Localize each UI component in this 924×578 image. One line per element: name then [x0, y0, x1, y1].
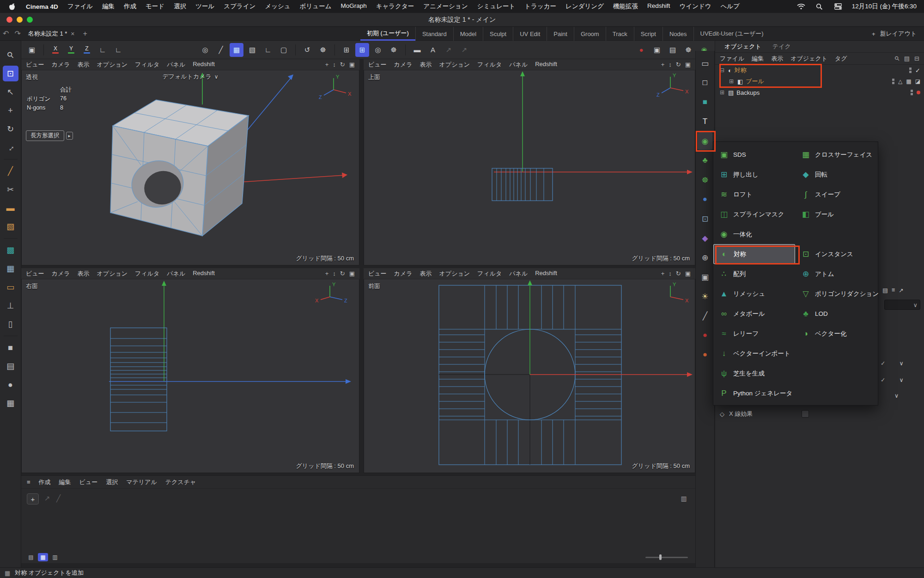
expander-icon[interactable]: ⊟	[719, 67, 725, 74]
add-document-button[interactable]: +	[79, 30, 91, 38]
pencil-icon[interactable]: ╱	[698, 307, 712, 325]
knife-tool-icon[interactable]: ✂	[3, 182, 18, 197]
control-center-icon[interactable]	[833, 3, 843, 10]
object-manager-menu-item[interactable]: 表示	[771, 55, 783, 63]
menu-item-array[interactable]: ∴配列	[713, 264, 795, 284]
viewport-menu-item[interactable]: オプション	[439, 270, 470, 278]
menu-item-sweep[interactable]: ∫スイープ	[795, 184, 878, 204]
camera-dolly-icon[interactable]: ↕	[669, 270, 672, 277]
menu-item-spline-mask[interactable]: ◫スプラインマスク	[713, 204, 795, 224]
instance-icon[interactable]: ⊡	[698, 210, 712, 228]
xray-checkbox[interactable]	[802, 410, 809, 418]
viewport-menu-item[interactable]: ビュー	[368, 270, 387, 278]
viewport-menu-item[interactable]: パネル	[167, 61, 185, 69]
menu-item-instance[interactable]: ⊡インスタンス	[795, 244, 878, 264]
material-pick-icon[interactable]: ╱	[56, 494, 61, 503]
display-mode-icon[interactable]: ▭	[698, 55, 712, 72]
close-window-button[interactable]	[6, 17, 12, 23]
material-menu-item[interactable]: テクスチャ	[165, 478, 196, 486]
rotate-tool-icon[interactable]: ↻	[3, 121, 18, 137]
viewport-layout-icon[interactable]: ▣	[25, 43, 39, 57]
plane-tool-icon[interactable]: ▬	[3, 200, 18, 216]
zoom-window-button[interactable]	[27, 17, 33, 23]
object-manager-menu-item[interactable]: オブジェクト	[790, 55, 827, 63]
viewport-menu-item[interactable]: オプション	[97, 61, 128, 69]
visibility-dots-icon[interactable]	[892, 79, 894, 84]
cube-tool-icon[interactable]: ▧	[3, 219, 18, 234]
menu-item-relief[interactable]: ≈レリーフ	[713, 324, 795, 344]
render-picture-viewer-icon[interactable]: ▣	[650, 43, 664, 57]
menubar-item[interactable]: キャラクター	[376, 2, 414, 11]
camera-object-icon[interactable]: ▣	[698, 268, 712, 286]
layout-tab[interactable]: Track	[606, 27, 634, 41]
view-list-icon[interactable]: ▤	[26, 553, 36, 561]
layout-tab[interactable]: UVEdit-User (ユーザー)	[693, 27, 770, 41]
viewport-toggle-icon[interactable]: ▣	[349, 61, 355, 68]
layout-tab[interactable]: Standard	[415, 27, 453, 41]
front-canvas[interactable]: Y X 前面 グリッド間隔 : 50 cm	[364, 279, 695, 473]
camera-pan-icon[interactable]: +	[325, 270, 329, 277]
object-name[interactable]: 対称	[735, 66, 747, 74]
grid-snap-icon[interactable]: ⊞	[355, 43, 369, 57]
import-icon[interactable]: ↗	[457, 43, 471, 57]
input-device-tool-icon[interactable]: ▯	[3, 316, 18, 332]
layout-tab[interactable]: Model	[453, 27, 483, 41]
object-name[interactable]: Backups	[736, 89, 760, 96]
material-menu-item[interactable]: 作成	[39, 478, 51, 486]
export-icon[interactable]: ↗	[442, 43, 456, 57]
volume-cube-tool-icon[interactable]: ▩	[3, 242, 18, 258]
generators-icon[interactable]: ◉	[698, 132, 712, 150]
snap-settings-icon[interactable]: ☸	[387, 43, 401, 57]
material-menu-item[interactable]: マテリアル	[126, 478, 157, 486]
view-undo-icon[interactable]: ↺	[300, 43, 314, 57]
menu-item-lod[interactable]: ♣LOD	[795, 304, 878, 324]
menu-item-extrude[interactable]: ⊞押し出し	[713, 165, 795, 184]
menubar-item[interactable]: 選択	[174, 2, 186, 11]
menubar-item[interactable]: MoGraph	[340, 2, 366, 11]
viewport-menu-item[interactable]: 表示	[420, 61, 432, 69]
viewport-menu-item[interactable]: Redshift	[535, 270, 557, 278]
viewport-menu-item[interactable]: フィルタ	[135, 61, 159, 69]
camera-dolly-icon[interactable]: ↕	[333, 270, 336, 277]
mode-cube-icon[interactable]: ▧	[245, 43, 259, 57]
undo-icon[interactable]: ↶	[0, 29, 12, 38]
mograph-icon[interactable]: ◆	[698, 229, 712, 247]
object-manager-menu-item[interactable]: ファイル	[720, 55, 744, 63]
axis-y-button[interactable]: Y	[64, 43, 78, 57]
material-menu-item[interactable]: ビュー	[79, 478, 98, 486]
attribute-dropdown[interactable]: ∨	[884, 300, 920, 310]
camera-pan-icon[interactable]: +	[325, 61, 329, 68]
menubar-item[interactable]: スプライン	[224, 2, 255, 11]
volume-icon[interactable]: ●	[698, 191, 712, 208]
sculpt-pen-tool-icon[interactable]: ╱	[3, 163, 18, 179]
axis-z-button[interactable]: Z	[80, 43, 94, 57]
menu-item-sds[interactable]: ▣SDS	[713, 145, 795, 165]
slider-handle[interactable]	[659, 554, 662, 560]
apple-icon[interactable]	[7, 3, 17, 10]
mode-window-icon[interactable]: ▢	[277, 43, 291, 57]
layout-tab[interactable]: Paint	[547, 27, 574, 41]
viewport-menu-item[interactable]: フィルタ	[477, 270, 502, 278]
add-layout-icon[interactable]: +	[872, 31, 875, 37]
menu-item-python-generator[interactable]: PPython ジェネレータ	[713, 383, 795, 403]
viewport-menu-item[interactable]: カメラ	[52, 61, 70, 69]
close-document-icon[interactable]: ×	[71, 30, 74, 37]
menubar-item[interactable]: 編集	[102, 2, 115, 11]
viewport-toggle-icon[interactable]: ▣	[685, 61, 691, 68]
plane-primitive-icon[interactable]: ▦	[3, 395, 18, 411]
viewport-menu-item[interactable]: ビュー	[368, 61, 387, 69]
viewport-menu-item[interactable]: パネル	[509, 270, 528, 278]
slice-tool-icon[interactable]: ▭	[3, 279, 18, 295]
menubar-item[interactable]: Redshift	[647, 2, 670, 11]
menubar-item[interactable]: 作成	[124, 2, 136, 11]
material-list-area[interactable]: + ↗ ╱ ▥ ▤ ▦ ▥	[21, 489, 695, 564]
camera-pan-icon[interactable]: +	[661, 270, 665, 277]
object-name[interactable]: ブール	[746, 77, 764, 86]
menu-item-cloth-surface[interactable]: ▦クロスサーフェイス	[795, 145, 878, 165]
modeling-settings-icon[interactable]: ☸	[316, 43, 330, 57]
menubar-item[interactable]: ボリューム	[300, 2, 332, 11]
spotlight-search-icon[interactable]	[815, 3, 824, 10]
layout-tab[interactable]: Sculpt	[483, 27, 513, 41]
redshift-material-icon[interactable]: ●	[698, 326, 712, 344]
menubar-clock[interactable]: 12月10日 (金) 午後6:30	[852, 2, 917, 11]
